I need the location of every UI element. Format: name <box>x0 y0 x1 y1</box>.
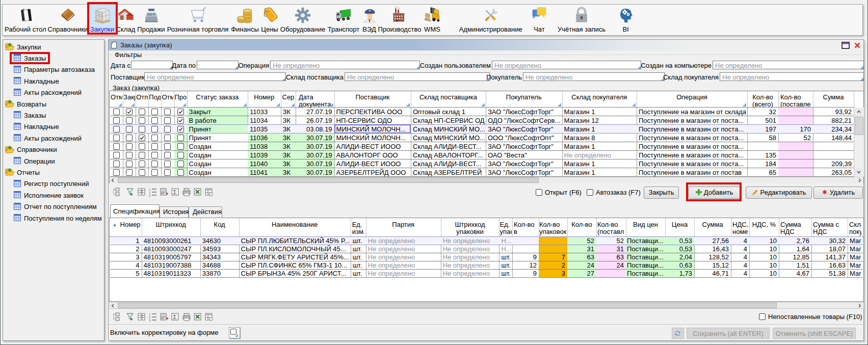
svg-text:3: 3 <box>149 194 151 197</box>
svg-text:Σ: Σ <box>173 314 177 320</box>
svg-text:3: 3 <box>149 319 151 322</box>
svg-text:Σ: Σ <box>173 189 177 195</box>
